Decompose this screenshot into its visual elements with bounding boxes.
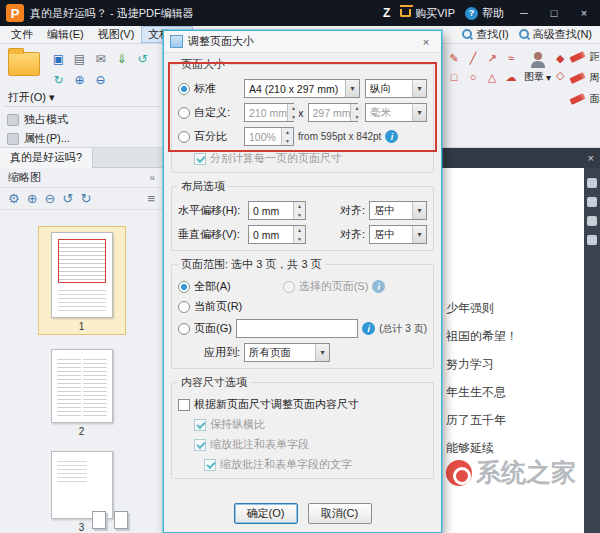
current-page-radio[interactable] — [178, 301, 190, 313]
panel-toggle-icon-2[interactable] — [587, 197, 597, 207]
unit-select[interactable]: 毫米 ▾ — [365, 103, 427, 122]
spin-down-icon[interactable]: ▼ — [282, 137, 293, 146]
find-button[interactable]: 查找(I) — [462, 27, 508, 42]
redo-icon[interactable]: ↻ — [50, 71, 67, 88]
cancel-button[interactable]: 取消(C) — [308, 503, 372, 524]
distance-tool-button[interactable]: 距离 — [570, 50, 600, 64]
info-icon[interactable]: i — [385, 130, 398, 143]
panel-toggle-icon-3[interactable] — [587, 216, 597, 226]
zoom-out-icon[interactable]: ⊖ — [92, 71, 109, 88]
scale-fields-checkbox[interactable] — [194, 439, 206, 451]
diamond-tool-icon[interactable]: ◆ — [556, 52, 564, 65]
rotate-right-icon[interactable]: ↻ — [80, 191, 91, 206]
apply-to-select[interactable]: 所有页面 ▾ — [244, 343, 330, 362]
custom-height-spinner[interactable]: 297 mm ▲▼ — [308, 103, 358, 122]
open-folder-icon[interactable] — [8, 52, 40, 76]
undo-icon[interactable]: ↺ — [134, 50, 151, 67]
info-icon[interactable]: i — [362, 322, 375, 335]
chevron-down-icon[interactable]: ▾ — [412, 104, 426, 121]
chevron-down-icon[interactable]: ▾ — [412, 80, 426, 97]
page-stack-icon[interactable] — [92, 511, 106, 529]
page-range-input[interactable] — [236, 319, 358, 338]
thumbnail-zoom-in-icon[interactable]: ⊕ — [27, 191, 38, 206]
pencil-tool-icon[interactable]: ✎ — [446, 50, 462, 66]
spin-down-icon[interactable]: ▼ — [351, 113, 362, 122]
spin-up-icon[interactable]: ▲ — [294, 202, 305, 211]
spin-up-icon[interactable]: ▲ — [351, 104, 362, 113]
panel-toggle-icon-4[interactable] — [587, 235, 597, 245]
document-tab[interactable]: 真的是好运吗? — [0, 148, 93, 168]
panel-collapse-icon[interactable]: « — [149, 172, 155, 183]
chevron-down-icon[interactable]: ▾ — [412, 226, 426, 243]
stamp-button[interactable]: 图章 ▾ — [524, 50, 551, 148]
percent-radio[interactable] — [178, 131, 190, 143]
ellipse-tool-icon[interactable]: ○ — [465, 69, 481, 85]
spin-down-icon[interactable]: ▼ — [294, 235, 305, 244]
rectangle-tool-icon[interactable]: □ — [446, 69, 462, 85]
h-offset-spinner[interactable]: 0 mm ▲▼ — [248, 201, 306, 220]
thumbnail-page-3[interactable] — [51, 451, 113, 519]
thumbnail-options-gear-icon[interactable]: ⚙ — [8, 191, 20, 206]
spin-down-icon[interactable]: ▼ — [294, 211, 305, 220]
save-icon[interactable]: ▣ — [50, 50, 67, 67]
standard-radio[interactable] — [178, 83, 190, 95]
info-icon[interactable]: i — [372, 280, 385, 293]
all-pages-radio[interactable] — [178, 281, 190, 293]
open-button[interactable]: 打开(O) ▾ — [8, 90, 54, 105]
menu-edit[interactable]: 编辑(E) — [40, 26, 91, 43]
orientation-select[interactable]: 纵向 ▾ — [365, 79, 427, 98]
chevron-down-icon[interactable]: ▾ — [315, 344, 329, 361]
curve-tool-icon[interactable]: ≈ — [503, 50, 519, 66]
thumbnail-page-1-selected[interactable]: 1 — [38, 226, 126, 335]
cloud-tool-icon[interactable]: ☁ — [503, 69, 519, 85]
panel-toggle-icon-1[interactable] — [587, 178, 597, 188]
minimize-button[interactable]: ─ — [514, 4, 534, 22]
ok-button[interactable]: 确定(O) — [234, 503, 298, 524]
menu-view[interactable]: 视图(V) — [91, 26, 142, 43]
close-button[interactable]: × — [574, 4, 594, 22]
tab-close-icon[interactable]: × — [588, 152, 594, 164]
keep-ratio-checkbox[interactable] — [194, 419, 206, 431]
custom-radio[interactable] — [178, 107, 190, 119]
v-offset-spinner[interactable]: 0 mm ▲▼ — [248, 225, 306, 244]
zoom-in-icon[interactable]: ⊕ — [71, 71, 88, 88]
thumbnail-page-2[interactable] — [51, 349, 113, 423]
perimeter-tool-button[interactable]: 周长 — [570, 71, 600, 85]
custom-width-spinner[interactable]: 210 mm ▲▼ — [244, 103, 294, 122]
spin-up-icon[interactable]: ▲ — [294, 226, 305, 235]
spin-up-icon[interactable]: ▲ — [288, 104, 299, 113]
spin-down-icon[interactable]: ▼ — [288, 113, 299, 122]
percent-spinner[interactable]: 100% ▲▼ — [244, 127, 294, 146]
resize-content-checkbox[interactable] — [178, 399, 190, 411]
selected-pages-radio[interactable] — [283, 281, 295, 293]
spin-up-icon[interactable]: ▲ — [282, 128, 293, 137]
chevron-down-icon[interactable]: ▾ — [345, 80, 359, 97]
polygon-tool-icon[interactable]: △ — [484, 69, 500, 85]
page-stack-icon-2[interactable] — [114, 511, 128, 529]
h-align-select[interactable]: 居中 ▾ — [369, 201, 427, 220]
per-page-checkbox[interactable] — [194, 153, 206, 165]
advanced-find-button[interactable]: 高级查找(N) — [519, 27, 592, 42]
thumbnail-zoom-out-icon[interactable]: ⊖ — [45, 191, 56, 206]
panel-menu-icon[interactable]: ≡ — [147, 191, 155, 206]
menu-file[interactable]: 文件 — [4, 26, 40, 43]
exclusive-mode-button[interactable]: 独占模式 — [7, 112, 68, 127]
export-icon[interactable]: ⇓ — [113, 50, 130, 67]
properties-button[interactable]: 属性(P)... — [7, 131, 70, 146]
account-icon[interactable]: Z — [383, 6, 390, 20]
thumbnail-page-1[interactable] — [51, 232, 113, 318]
buy-vip-button[interactable]: 购买VIP — [400, 6, 455, 21]
chevron-down-icon[interactable]: ▾ — [412, 202, 426, 219]
scale-text-checkbox[interactable] — [204, 459, 216, 471]
maximize-button[interactable]: □ — [544, 4, 564, 22]
diamond-open-tool-icon[interactable]: ◇ — [556, 69, 564, 82]
area-tool-button[interactable]: 面积 — [570, 92, 600, 106]
print-icon[interactable]: ▤ — [71, 50, 88, 67]
line-tool-icon[interactable]: ╱ — [465, 50, 481, 66]
standard-size-select[interactable]: A4 (210 x 297 mm) ▾ — [244, 79, 360, 98]
v-align-select[interactable]: 居中 ▾ — [369, 225, 427, 244]
arrow-tool-icon[interactable]: ↗ — [484, 50, 500, 66]
rotate-left-icon[interactable]: ↺ — [62, 191, 73, 206]
mail-icon[interactable]: ✉ — [92, 50, 109, 67]
help-button[interactable]: ? 帮助 — [465, 6, 504, 21]
